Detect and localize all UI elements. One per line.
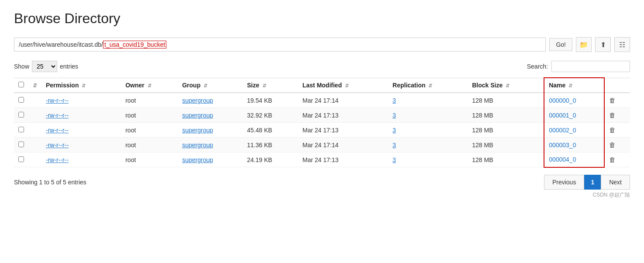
folder-icon: 📁 <box>579 41 588 49</box>
group-link[interactable]: supergroup <box>182 142 213 149</box>
table-row: -rw-r--r--rootsupergroup32.92 KBMar 24 1… <box>14 108 630 123</box>
entries-select[interactable]: 10 25 50 100 <box>32 61 57 72</box>
go-button[interactable]: Go! <box>549 38 572 51</box>
delete-icon[interactable]: 🗑 <box>609 156 616 163</box>
owner-value: root <box>125 97 136 104</box>
replication-link[interactable]: 3 <box>393 142 396 149</box>
path-text-normal: /user/hive/warehouse/itcast.db/ <box>19 41 103 48</box>
permission-link[interactable]: -rw-r--r-- <box>46 112 69 119</box>
last-modified-value: Mar 24 17:14 <box>303 97 339 104</box>
folder-icon-button[interactable]: 📁 <box>576 37 592 52</box>
owner-value: root <box>125 156 136 163</box>
size-value: 45.48 KB <box>247 127 272 134</box>
replication-link[interactable]: 3 <box>393 127 396 134</box>
col-replication[interactable]: Replication ⇵ <box>388 78 468 93</box>
col-block-size[interactable]: Block Size ⇵ <box>468 78 544 93</box>
permission-link[interactable]: -rw-r--r-- <box>46 97 69 104</box>
col-size[interactable]: Size ⇵ <box>243 78 298 93</box>
sort-size-icon: ⇵ <box>262 83 266 89</box>
show-label: Show <box>14 63 29 70</box>
sort-blocksize-icon: ⇵ <box>506 83 510 89</box>
select-all-checkbox[interactable] <box>18 82 24 87</box>
previous-button[interactable]: Previous <box>544 175 584 190</box>
row-checkbox[interactable] <box>18 142 24 147</box>
delete-icon[interactable]: 🗑 <box>609 97 616 104</box>
row-checkbox[interactable] <box>18 156 24 162</box>
sort-name-icon: ⇵ <box>568 83 572 89</box>
next-button[interactable]: Next <box>601 175 630 190</box>
last-modified-value: Mar 24 17:13 <box>303 156 339 163</box>
path-bar: /user/hive/warehouse/itcast.db/t_usa_cov… <box>14 37 630 52</box>
sort-permission-icon: ⇵ <box>82 83 86 89</box>
list-icon-button[interactable]: ☷ <box>614 37 630 52</box>
file-name-link[interactable]: 000000_0 <box>549 97 576 104</box>
row-checkbox[interactable] <box>18 97 24 103</box>
file-name-link[interactable]: 000001_0 <box>549 112 576 119</box>
show-entries-control: Show 10 25 50 100 entries <box>14 61 78 72</box>
showing-text: Showing 1 to 5 of 5 entries <box>14 179 86 186</box>
permission-link[interactable]: -rw-r--r-- <box>46 156 69 163</box>
sort-owner-icon: ⇵ <box>148 83 152 89</box>
replication-link[interactable]: 3 <box>393 112 396 119</box>
pagination: Previous 1 Next <box>544 175 630 190</box>
col-last-modified[interactable]: Last Modified ⇵ <box>298 78 388 93</box>
delete-icon[interactable]: 🗑 <box>609 111 616 119</box>
sort-replication-icon: ⇵ <box>428 83 432 89</box>
sort-icon-col: ⇵ <box>33 83 37 89</box>
row-checkbox[interactable] <box>18 112 24 118</box>
footer-bar: Showing 1 to 5 of 5 entries Previous 1 N… <box>14 175 630 190</box>
owner-value: root <box>125 127 136 134</box>
path-input-wrapper[interactable]: /user/hive/warehouse/itcast.db/t_usa_cov… <box>14 38 546 52</box>
current-page[interactable]: 1 <box>584 175 601 190</box>
block-size-value: 128 MB <box>472 112 493 119</box>
block-size-value: 128 MB <box>472 156 493 163</box>
group-link[interactable]: supergroup <box>182 127 213 134</box>
search-input[interactable] <box>551 61 630 72</box>
group-link[interactable]: supergroup <box>182 156 213 163</box>
table-row: -rw-r--r--rootsupergroup11.36 KBMar 24 1… <box>14 138 630 152</box>
sort-modified-icon: ⇵ <box>345 83 349 89</box>
last-modified-value: Mar 24 17:13 <box>303 127 339 134</box>
col-group[interactable]: Group ⇵ <box>178 78 243 93</box>
files-table: ⇵ Permission ⇵ Owner ⇵ Group ⇵ Size ⇵ La… <box>14 77 630 168</box>
search-label: Search: <box>527 63 548 70</box>
watermark: CSDN @赵广陆 <box>14 191 630 199</box>
row-checkbox[interactable] <box>18 127 24 132</box>
delete-icon[interactable]: 🗑 <box>609 126 616 134</box>
file-name-link[interactable]: 000003_0 <box>549 142 576 149</box>
upload-icon-button[interactable]: ⬆ <box>595 37 611 52</box>
list-icon: ☷ <box>619 41 625 49</box>
delete-icon[interactable]: 🗑 <box>609 141 616 149</box>
owner-value: root <box>125 142 136 149</box>
size-value: 11.36 KB <box>247 142 272 149</box>
file-name-link[interactable]: 000004_0 <box>549 156 576 163</box>
size-value: 32.92 KB <box>247 112 272 119</box>
group-link[interactable]: supergroup <box>182 97 213 104</box>
replication-link[interactable]: 3 <box>393 156 396 163</box>
block-size-value: 128 MB <box>472 142 493 149</box>
permission-link[interactable]: -rw-r--r-- <box>46 142 69 149</box>
upload-icon: ⬆ <box>600 41 606 49</box>
table-row: -rw-r--r--rootsupergroup45.48 KBMar 24 1… <box>14 123 630 138</box>
last-modified-value: Mar 24 17:13 <box>303 112 339 119</box>
controls-bar: Show 10 25 50 100 entries Search: <box>14 61 630 72</box>
size-value: 19.54 KB <box>247 97 272 104</box>
sort-group-icon: ⇵ <box>203 83 207 89</box>
col-actions <box>604 78 630 93</box>
page-title: Browse Directory <box>14 10 630 27</box>
owner-value: root <box>125 112 136 119</box>
size-value: 24.19 KB <box>247 156 272 163</box>
col-owner[interactable]: Owner ⇵ <box>121 78 178 93</box>
col-permission[interactable]: Permission ⇵ <box>41 78 121 93</box>
entries-label: entries <box>60 63 78 70</box>
group-link[interactable]: supergroup <box>182 112 213 119</box>
table-row: -rw-r--r--rootsupergroup19.54 KBMar 24 1… <box>14 93 630 108</box>
block-size-value: 128 MB <box>472 97 493 104</box>
search-bar: Search: <box>527 61 630 72</box>
replication-link[interactable]: 3 <box>393 97 396 104</box>
file-name-link[interactable]: 000002_0 <box>549 127 576 134</box>
last-modified-value: Mar 24 17:14 <box>303 142 339 149</box>
table-row: -rw-r--r--rootsupergroup24.19 KBMar 24 1… <box>14 152 630 167</box>
permission-link[interactable]: -rw-r--r-- <box>46 127 69 134</box>
col-name[interactable]: Name ⇵ <box>544 78 604 93</box>
